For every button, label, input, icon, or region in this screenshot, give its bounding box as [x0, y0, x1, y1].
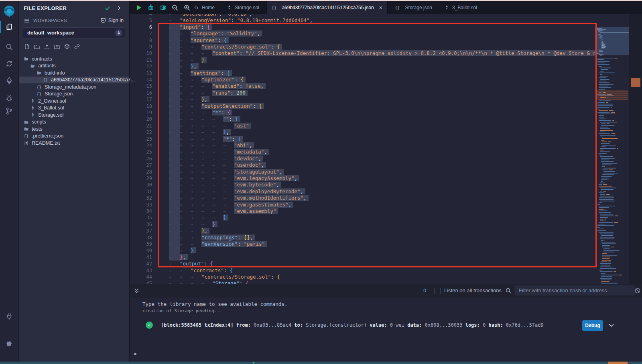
sidebar-item-debugger[interactable]	[0, 91, 18, 105]
tree-item-label: Storage.sol	[38, 112, 63, 118]
line-content: →→→→→]	[169, 214, 228, 221]
tab-whitespace-arrow: →	[201, 202, 212, 208]
tx-expand-chevron-icon[interactable]	[608, 322, 615, 329]
tree-item-artifacts[interactable]: artifacts	[19, 63, 129, 70]
sign-in-button[interactable]: Sign in	[100, 17, 124, 23]
sidebar-item-deploy-run[interactable]	[0, 74, 18, 87]
code-line-24: 24→→→→→→"abi",	[130, 142, 595, 149]
line-content: →"solcLongVersion": "0.8.19+commit.7dd6d…	[169, 17, 315, 24]
line-number: 5	[130, 17, 152, 24]
tab-whitespace-arrow: →	[169, 189, 180, 195]
line-number: 30	[130, 182, 152, 188]
tab-whitespace-arrow: →	[180, 129, 191, 136]
tree-item-3-ballot-sol[interactable]: 3_Ballot.sol	[19, 105, 129, 112]
tree-item-a69b43f277ba20fcac141151250ca7-[interactable]: {}a69b43f277ba20fcac141151250ca7...	[19, 77, 129, 84]
file-explorer-toolbar	[24, 43, 80, 50]
code-line-22: 22→→→→→],	[130, 129, 595, 135]
tab-whitespace-arrow: →	[223, 162, 234, 169]
tab-whitespace-arrow: →	[212, 156, 223, 162]
tree-item-2-owner-sol[interactable]: 2_Owner.sol	[19, 97, 129, 105]
tree-item-scripts[interactable]: scripts	[19, 119, 129, 126]
ai-copilot-robot-icon[interactable]	[147, 4, 154, 11]
tree-item-label: Storage_metadata.json	[45, 84, 96, 90]
tab-whitespace-arrow: →	[212, 195, 223, 202]
zoom-out-icon[interactable]	[171, 4, 179, 11]
remix-logo-icon[interactable]	[2, 4, 17, 19]
tab-whitespace-arrow: →	[201, 156, 212, 162]
hamburger-menu-icon[interactable]	[24, 18, 30, 24]
cube-icon[interactable]	[64, 43, 70, 50]
clear-console-ban-icon[interactable]	[634, 287, 641, 294]
tree-item-readme-txt[interactable]: README.txt	[19, 140, 129, 147]
line-content: →→→→"content": "// SPDX-License-Identifi…	[169, 50, 595, 57]
sidebar-item-search[interactable]	[0, 40, 18, 54]
sidebar-item-plugin-manager[interactable]	[0, 309, 18, 323]
tab-whitespace-arrow: →	[180, 90, 191, 97]
new-file-icon[interactable]	[24, 43, 30, 50]
sidebar-item-file-explorer[interactable]	[0, 20, 18, 34]
tab-whitespace-arrow: →	[212, 208, 223, 215]
minimap-slider[interactable]	[595, 27, 629, 55]
line-content: →→→→→],	[169, 129, 231, 136]
upload-file-icon[interactable]	[44, 43, 50, 50]
terminal-prompt[interactable]: >	[134, 351, 137, 357]
line-number: 15	[130, 83, 152, 89]
tab-whitespace-arrow: →	[223, 143, 234, 149]
tab-whitespace-arrow: →	[169, 176, 180, 182]
upload-folder-icon[interactable]	[54, 43, 60, 50]
code-line-21: 21→→→→→→"ast"	[130, 123, 595, 129]
code-editor[interactable]: 4→"solcVersion": "0.8.19",5→"solcLongVer…	[130, 14, 642, 284]
tab-whitespace-arrow: →	[180, 149, 191, 156]
workspace-select[interactable]: default_workspace	[23, 27, 125, 39]
sidebar-item-settings[interactable]	[0, 338, 18, 351]
line-content: →},	[169, 254, 188, 261]
tab-whitespace-arrow: →	[180, 169, 191, 176]
tree-item-storage-metadata-json[interactable]: {}Storage_metadata.json	[19, 83, 129, 91]
sidebar-item-git[interactable]	[0, 104, 18, 118]
tab-home[interactable]: Home	[189, 1, 219, 14]
tab-whitespace-arrow: →	[223, 169, 234, 176]
tree-item--prettierrc-json[interactable]: {}.prettierrc.json	[19, 133, 129, 140]
double-chevron-down-icon[interactable]	[134, 288, 140, 294]
tab-storage-sol[interactable]: Storage.sol	[222, 1, 264, 14]
transaction-filter-input[interactable]	[515, 285, 635, 295]
overview-ruler[interactable]	[629, 14, 642, 284]
link-icon[interactable]	[74, 43, 80, 50]
run-script-icon[interactable]	[135, 4, 142, 11]
line-content: →→→→→→"evm.assembly"	[169, 208, 278, 215]
chevron-right-icon[interactable]	[116, 5, 122, 11]
tab-whitespace-arrow: →	[169, 156, 180, 162]
tree-item-storage-json[interactable]: {}Storage.json	[19, 91, 129, 98]
code-line-29: 29→→→→→→"evm.legacyAssembly",	[130, 175, 595, 182]
line-number: 26	[130, 156, 152, 162]
tab-3-ballot-sol[interactable]: 3_Ballot.sol	[439, 1, 482, 14]
tab-whitespace-arrow: →	[180, 241, 191, 248]
code-line-26: 26→→→→→→"devdoc",	[130, 156, 595, 162]
tab-whitespace-arrow: →	[223, 189, 234, 195]
tab-a69b43f277ba20fcac141151250ca755-json[interactable]: {}a69b43f277ba20fcac141151250ca755.json×	[266, 1, 388, 14]
tab-storage-json[interactable]: {}Storage.json	[390, 1, 437, 14]
tab-whitespace-arrow: →	[169, 255, 180, 261]
tree-item-contracts[interactable]: contracts	[19, 55, 129, 63]
tab-whitespace-arrow: →	[212, 169, 223, 176]
tab-close-icon[interactable]: ×	[379, 5, 382, 10]
tab-whitespace-arrow: →	[201, 116, 212, 123]
new-folder-icon[interactable]	[34, 43, 40, 50]
minimap[interactable]	[595, 27, 629, 284]
transaction-row[interactable]: ✓ [block:5583405 txIndex:4] from: 0xa03.…	[146, 320, 626, 331]
code-line-17: 17→→→},	[130, 96, 595, 103]
ai-toggle-switch[interactable]	[159, 4, 167, 11]
sidebar-item-solidity-compiler[interactable]	[0, 57, 18, 71]
debug-button[interactable]: Debug	[582, 320, 603, 331]
workspace-switch-icon[interactable]	[115, 29, 122, 36]
terminal-search-icon[interactable]	[505, 287, 512, 294]
listen-all-transactions-checkbox[interactable]	[435, 288, 441, 294]
json-icon: {}	[43, 77, 49, 83]
tree-item-label: artifacts	[38, 63, 56, 69]
tree-item-build-info[interactable]: build-info	[19, 69, 129, 77]
tree-item-tests[interactable]: tests	[19, 125, 129, 133]
line-content: →→→→→"": [	[169, 116, 240, 123]
tree-item-storage-sol[interactable]: Storage.sol	[19, 111, 129, 119]
tab-bar: HomeStorage.sol{}a69b43f277ba20fcac14115…	[130, 1, 642, 14]
folder-open-icon	[24, 56, 29, 61]
